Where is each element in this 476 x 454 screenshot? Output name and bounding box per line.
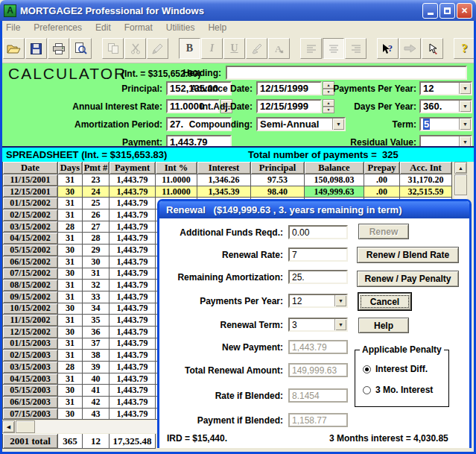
spreadsheet-cell[interactable]: 34 xyxy=(83,303,110,315)
spreadsheet-cell[interactable]: 01/15/2003 xyxy=(2,338,58,350)
vertical-scrollbar-thumb[interactable] xyxy=(454,174,467,195)
days-per-year-combo[interactable]: 360.▼ xyxy=(419,99,472,113)
spreadsheet-cell[interactable]: 1,443.79 xyxy=(110,186,156,198)
spreadsheet-cell[interactable]: 31 xyxy=(58,233,83,245)
spreadsheet-cell[interactable]: 26 xyxy=(83,209,110,221)
spreadsheet-cell[interactable]: .00 xyxy=(364,174,400,186)
spreadsheet-cell[interactable]: 11.0000 xyxy=(156,186,197,198)
renewal-rate-field[interactable]: 7 xyxy=(288,248,348,262)
spreadsheet-cell[interactable]: 1,443.79 xyxy=(110,397,156,409)
spreadsheet-cell[interactable]: 28 xyxy=(83,233,110,245)
spreadsheet-cell[interactable]: 25 xyxy=(83,198,110,209)
spreadsheet-cell[interactable]: 05/15/2003 xyxy=(2,385,58,397)
spreadsheet-cell[interactable]: 03/15/2003 xyxy=(2,362,58,373)
spreadsheet-cell[interactable]: 97.53 xyxy=(251,174,305,186)
payments-per-year-combo[interactable]: 12▼ xyxy=(419,81,472,95)
spreadsheet-cell[interactable]: 12/15/2002 xyxy=(2,327,58,338)
spreadsheet-cell[interactable]: 31 xyxy=(58,373,83,385)
spreadsheet-cell[interactable]: 150,098.03 xyxy=(305,174,364,186)
maximize-button[interactable] xyxy=(439,3,455,19)
spreadsheet-cell[interactable]: 11/15/2002 xyxy=(2,315,58,327)
spreadsheet-cell[interactable]: 32,515.59 xyxy=(400,186,452,198)
spreadsheet-cell[interactable]: 31 xyxy=(58,350,83,362)
spreadsheet-cell[interactable]: 1,443.79 xyxy=(110,385,156,397)
horizontal-scrollbar-thumb[interactable] xyxy=(16,420,35,433)
radio-3mo-interest[interactable]: 3 Mo. Interest xyxy=(363,385,433,395)
radio-3mo-interest-button[interactable] xyxy=(363,386,371,394)
spreadsheet-cell[interactable]: 1,443.79 xyxy=(110,409,156,420)
spreadsheet-cell[interactable]: 30 xyxy=(58,303,83,315)
spreadsheet-cell[interactable]: 11.0000 xyxy=(156,174,197,186)
spreadsheet-cell[interactable]: 1,443.79 xyxy=(110,373,156,385)
spreadsheet-cell[interactable]: 40 xyxy=(83,373,110,385)
spreadsheet-cell[interactable]: 1,443.79 xyxy=(110,221,156,233)
scroll-up-button[interactable]: ▲ xyxy=(454,162,467,174)
spreadsheet-cell[interactable]: 30 xyxy=(58,327,83,338)
spreadsheet-cell[interactable]: 32 xyxy=(83,280,110,291)
spreadsheet-cell[interactable]: 09/15/2002 xyxy=(2,291,58,303)
spreadsheet-cell[interactable]: 31 xyxy=(58,397,83,409)
scroll-left-button[interactable]: ◀ xyxy=(2,420,15,433)
menu-edit[interactable]: Edit xyxy=(95,22,111,33)
help-button[interactable]: Help xyxy=(358,318,409,333)
open-icon[interactable] xyxy=(3,38,25,59)
spreadsheet-cell[interactable]: 1,443.79 xyxy=(110,303,156,315)
spreadsheet-cell[interactable]: 31 xyxy=(58,280,83,291)
spreadsheet-cell[interactable]: 1,443.79 xyxy=(110,209,156,221)
spreadsheet-cell[interactable]: 31 xyxy=(58,198,83,209)
renewal-term-dropdown-arrow[interactable]: ▼ xyxy=(334,319,346,330)
spreadsheet-cell[interactable]: 1,346.26 xyxy=(197,174,251,186)
spreadsheet-cell[interactable]: 1,345.39 xyxy=(197,186,251,198)
print-preview-icon[interactable] xyxy=(70,38,92,59)
term-dropdown-arrow[interactable]: ▼ xyxy=(459,119,471,130)
spreadsheet-cell[interactable]: 01/15/2002 xyxy=(2,198,58,209)
spreadsheet-cell[interactable]: 39 xyxy=(83,362,110,373)
spreadsheet-cell[interactable]: 31 xyxy=(58,256,83,268)
spreadsheet-cell[interactable]: 03/15/2002 xyxy=(2,221,58,233)
spreadsheet-cell[interactable]: 1,443.79 xyxy=(110,338,156,350)
spreadsheet-cell[interactable]: 11/15/2001 xyxy=(2,174,58,186)
spreadsheet-cell[interactable]: 1,443.79 xyxy=(110,174,156,186)
spreadsheet-cell[interactable]: 1,443.79 xyxy=(110,291,156,303)
spreadsheet-cell[interactable]: 1,443.79 xyxy=(110,268,156,280)
spreadsheet-cell[interactable]: 30 xyxy=(83,256,110,268)
spreadsheet-cell[interactable]: 12/15/2001 xyxy=(2,186,58,198)
spreadsheet-cell[interactable]: 30 xyxy=(58,268,83,280)
spreadsheet-cell[interactable]: 06/15/2002 xyxy=(2,256,58,268)
close-button[interactable]: ✕ xyxy=(457,3,472,19)
spreadsheet-cell[interactable]: 41 xyxy=(83,385,110,397)
spreadsheet-cell[interactable]: 24 xyxy=(83,186,110,198)
print-icon[interactable] xyxy=(48,38,69,59)
spreadsheet-cell[interactable]: 1,443.79 xyxy=(110,233,156,245)
spreadsheet-cell[interactable]: 05/15/2002 xyxy=(2,245,58,256)
spreadsheet-cell[interactable]: 02/15/2003 xyxy=(2,350,58,362)
spreadsheet-cell[interactable]: 07/15/2002 xyxy=(2,268,58,280)
spreadsheet-cell[interactable]: 1,443.79 xyxy=(110,362,156,373)
spreadsheet-cell[interactable]: 1,443.79 xyxy=(110,198,156,209)
spreadsheet-cell[interactable]: 31 xyxy=(58,291,83,303)
spreadsheet-cell[interactable]: 28 xyxy=(58,362,83,373)
spreadsheet-cell[interactable]: 02/15/2002 xyxy=(2,209,58,221)
spreadsheet-cell[interactable]: 28 xyxy=(58,221,83,233)
spreadsheet-cell[interactable]: 04/15/2002 xyxy=(2,233,58,245)
menu-format[interactable]: Format xyxy=(124,22,153,33)
spreadsheet-cell[interactable]: 42 xyxy=(83,397,110,409)
minimize-button[interactable] xyxy=(422,3,438,19)
renew-pay-penalty-button[interactable]: Renew / Pay Penalty xyxy=(357,271,459,287)
spreadsheet-cell[interactable]: 33 xyxy=(83,291,110,303)
spreadsheet-cell[interactable]: 23 xyxy=(83,174,110,186)
remaining-amortization-field[interactable]: 25. xyxy=(288,270,348,284)
spreadsheet-cell[interactable]: 149,999.63 xyxy=(305,186,364,198)
spreadsheet-cell[interactable]: 1,443.79 xyxy=(110,327,156,338)
spreadsheet-cell[interactable]: 31 xyxy=(83,268,110,280)
spreadsheet-cell[interactable]: 1,443.79 xyxy=(110,256,156,268)
bold-icon[interactable]: B xyxy=(179,38,200,59)
menu-file[interactable]: File xyxy=(6,22,20,33)
click-tool-icon[interactable] xyxy=(422,38,443,59)
renewal-term-field[interactable]: 3▼ xyxy=(288,318,348,332)
spreadsheet-cell[interactable]: 31 xyxy=(58,209,83,221)
heading-field[interactable] xyxy=(226,66,467,80)
save-icon[interactable] xyxy=(25,38,47,59)
spreadsheet-cell[interactable]: 30 xyxy=(58,186,83,198)
spreadsheet-cell[interactable]: 38 xyxy=(83,350,110,362)
